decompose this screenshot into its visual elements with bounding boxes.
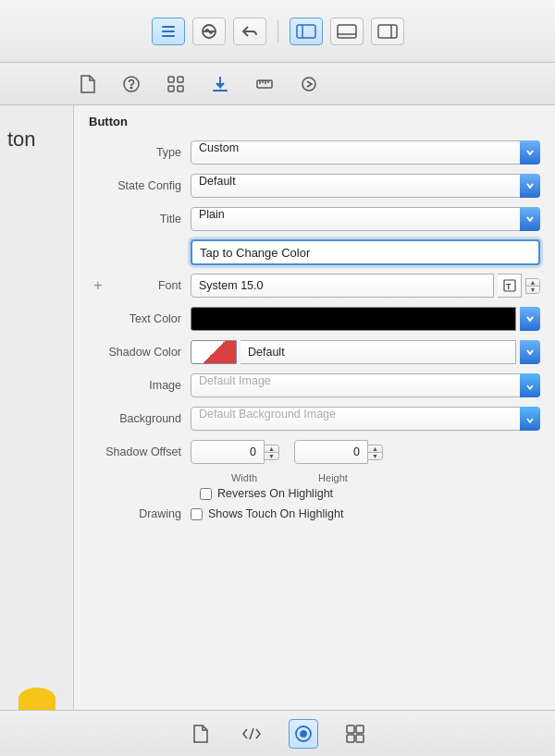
shadow-height-input[interactable] [294, 440, 368, 464]
toolbar-separator [278, 20, 278, 43]
background-placeholder[interactable]: Default Background Image [191, 407, 540, 431]
textcolor-row: Text Color [89, 306, 540, 332]
text-input-control [191, 239, 540, 265]
shadow-width-down[interactable]: ▼ [265, 453, 278, 459]
textcolor-arrow[interactable] [520, 307, 540, 331]
image-placeholder[interactable]: Default Image [191, 373, 540, 397]
background-row: Background Default Background Image [89, 406, 540, 432]
panel-title: Button [89, 115, 540, 128]
drawing-label: Drawing [89, 507, 191, 520]
textcolor-swatch[interactable] [191, 307, 516, 331]
svg-rect-5 [297, 25, 315, 38]
file-icon-btn[interactable] [74, 71, 100, 97]
font-stepper-down[interactable]: ▼ [526, 287, 539, 293]
textcolor-control [191, 307, 540, 331]
wh-labels-row: Width Height [89, 472, 540, 483]
font-label: Font [107, 279, 191, 292]
main-layout: ton Button Type Custom Stat [0, 105, 555, 710]
text-input-field[interactable] [191, 239, 540, 265]
shadow-height-up[interactable]: ▲ [368, 445, 382, 453]
top-toolbar [0, 0, 555, 63]
bottom-tab-circle[interactable] [289, 719, 318, 749]
svg-point-31 [301, 731, 306, 737]
bottom-tab-grid[interactable] [340, 719, 370, 749]
shadow-height-down[interactable]: ▼ [368, 453, 382, 459]
drawing-row: Drawing Shows Touch On Highlight [89, 507, 540, 520]
left-panel-button[interactable] [290, 18, 323, 45]
grid-icon-btn[interactable] [163, 71, 189, 97]
svg-rect-32 [347, 726, 354, 733]
svg-point-26 [302, 78, 315, 91]
bottom-tab-code[interactable] [237, 719, 266, 749]
download-icon-btn[interactable] [207, 71, 233, 97]
background-select-wrapper[interactable]: Default Background Image [191, 407, 540, 431]
title-row: Title Plain [89, 206, 540, 232]
svg-rect-0 [162, 26, 175, 28]
shadow-height-stepper[interactable]: ▲ ▼ [368, 445, 383, 460]
state-select[interactable]: Default [191, 174, 540, 198]
properties-panel: Button Type Custom State Config [74, 105, 555, 710]
title-control: Plain [191, 207, 540, 231]
svg-rect-1 [162, 30, 175, 32]
link-button[interactable] [192, 18, 226, 45]
back-button[interactable] [233, 18, 266, 45]
second-toolbar [0, 63, 555, 105]
title-select[interactable]: Plain [191, 207, 540, 231]
font-row: + Font T ▲ ▼ [89, 273, 540, 299]
bottom-panel-button[interactable] [330, 18, 364, 45]
image-select-wrapper[interactable]: Default Image [191, 373, 540, 397]
bottom-tab-file[interactable] [185, 719, 215, 749]
svg-text:T: T [506, 282, 512, 291]
shadowcolor-swatch[interactable] [191, 340, 237, 364]
svg-rect-9 [378, 25, 397, 38]
svg-rect-14 [178, 77, 183, 82]
background-label: Background [89, 412, 191, 425]
title-select-wrapper[interactable]: Plain [191, 207, 540, 231]
reverses-checkbox[interactable] [200, 488, 212, 500]
shadow-width-stepper[interactable]: ▲ ▼ [265, 445, 279, 460]
sidebar-label: ton [7, 128, 36, 152]
type-label: Type [89, 146, 191, 159]
state-select-wrapper[interactable]: Default [191, 174, 540, 198]
font-control: T ▲ ▼ [191, 274, 540, 298]
title-label: Title [89, 213, 191, 226]
font-stepper-up[interactable]: ▲ [526, 279, 539, 287]
arrow-icon-btn[interactable] [296, 71, 322, 97]
state-label: State Config [89, 179, 191, 192]
image-row: Image Default Image [89, 372, 540, 398]
state-row: State Config Default [89, 173, 540, 199]
left-sidebar: ton [0, 105, 74, 710]
shadowcolor-control: Default [191, 340, 540, 364]
svg-point-12 [130, 87, 132, 89]
svg-rect-7 [338, 25, 356, 38]
shows-checkbox[interactable] [191, 508, 203, 520]
shows-label: Shows Touch On Highlight [208, 507, 343, 520]
height-label: Height [289, 472, 377, 483]
reverses-row: Reverses On Highlight [89, 487, 540, 500]
shadow-height-group: ▲ ▼ [294, 440, 390, 464]
help-icon-btn[interactable] [118, 71, 144, 97]
font-input-field[interactable] [191, 274, 494, 298]
svg-rect-15 [168, 86, 174, 91]
font-stepper[interactable]: ▲ ▼ [525, 278, 540, 294]
plus-button[interactable]: + [89, 277, 107, 294]
background-control: Default Background Image [191, 407, 540, 431]
ruler-icon-btn[interactable] [252, 71, 278, 97]
svg-rect-33 [356, 726, 364, 733]
shadow-default-label: Default [240, 340, 516, 364]
shadow-width-group: ▲ ▼ [191, 440, 287, 464]
font-T-button[interactable]: T [498, 274, 522, 298]
shadow-width-input[interactable] [191, 440, 265, 464]
text-input-row [89, 239, 540, 265]
shadowcolor-arrow[interactable] [520, 340, 540, 364]
yellow-circle [18, 688, 56, 710]
svg-rect-16 [178, 86, 183, 91]
right-panel-button[interactable] [371, 18, 404, 45]
type-select[interactable]: Custom [191, 140, 540, 165]
shadowcolor-row: Shadow Color Default [89, 339, 540, 365]
shadow-width-up[interactable]: ▲ [265, 445, 278, 453]
svg-rect-34 [347, 735, 354, 742]
align-button[interactable] [152, 18, 185, 45]
bottom-tabbar [0, 710, 555, 756]
type-select-wrapper[interactable]: Custom [191, 140, 540, 165]
